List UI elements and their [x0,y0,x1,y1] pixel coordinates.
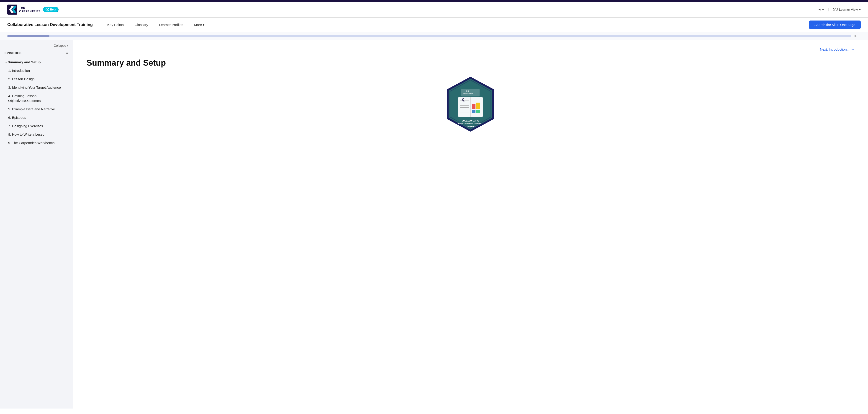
more-dropdown-icon: ▾ [203,23,205,27]
learner-view-toggle[interactable]: Learner View ▾ [833,8,861,11]
sidebar: Collapse ‹ EPISODES ∧ Summary and Setup … [0,40,73,409]
episode-item-how-to-write[interactable]: 8. How to Write a Lesson [5,130,68,139]
collapse-chevron-icon: ‹ [67,44,68,48]
progress-bar-container [7,35,851,37]
svg-rect-16 [476,102,480,109]
nav-link-glossary[interactable]: Glossary [129,18,154,31]
svg-text:CARPENTRIES: CARPENTRIES [463,93,473,94]
progress-area: % [0,32,868,40]
svg-text:TRAINING: TRAINING [465,125,475,127]
episode-item-example-data[interactable]: 5. Example Data and Narrative [5,105,68,113]
logo-text: THE CARPENTRIES [19,6,40,13]
svg-rect-15 [472,104,475,109]
next-link-container: Next: Introduction... → [87,48,854,51]
nav-bar: Collaborative Lesson Development Trainin… [0,18,868,32]
episode-item-workbench[interactable]: 9. The Carpentries Workbench [5,139,68,147]
svg-text:THE: THE [466,90,469,92]
lesson-badge-svg: THE CARPENTRIES COLLABORATIVE LESSON DEV… [445,77,496,131]
theme-dropdown-icon: ▾ [822,8,824,11]
episode-item-introduction[interactable]: 1. Introduction [5,66,68,75]
beta-exclamation-icon: ! [45,8,49,11]
svg-point-3 [833,8,838,11]
logo[interactable]: THE CARPENTRIES [7,5,40,14]
svg-rect-8 [470,97,471,117]
svg-point-4 [835,9,836,10]
svg-rect-20 [461,89,479,96]
next-arrow-icon: → [851,48,854,51]
progress-percent: % [854,34,861,38]
episodes-section: EPISODES ∧ Summary and Setup 1. Introduc… [0,49,73,152]
collapse-sidebar-button[interactable]: Collapse ‹ [54,44,68,48]
episodes-header: EPISODES ∧ [5,51,68,55]
episodes-label: EPISODES [5,51,22,55]
learner-view-label: Learner View [839,8,858,11]
header-right: ☀ ▾ Learner View ▾ [818,8,861,11]
lesson-title: Collaborative Lesson Development Trainin… [7,18,93,32]
episode-item-summary-setup[interactable]: Summary and Setup [5,58,68,66]
next-episode-link[interactable]: Next: Introduction... → [820,48,854,51]
badge-container: THE CARPENTRIES COLLABORATIVE LESSON DEV… [87,77,854,131]
eye-icon [833,8,838,11]
episodes-chevron-icon[interactable]: ∧ [66,51,68,55]
sun-icon: ☀ [818,8,821,11]
episode-item-lesson-design[interactable]: 2. Lesson Design [5,75,68,83]
svg-text:COLLABORATIVE: COLLABORATIVE [462,120,479,122]
svg-rect-18 [476,110,480,113]
svg-rect-17 [472,110,475,113]
svg-text:LESSON DEVELOPMENT: LESSON DEVELOPMENT [458,122,483,125]
learner-view-dropdown-icon: ▾ [859,8,861,11]
episode-item-target-audience[interactable]: 3. Identifying Your Target Audience [5,83,68,92]
beta-badge: ! Beta [43,7,59,12]
episode-list: Summary and Setup 1. Introduction 2. Les… [5,58,68,147]
episode-item-exercises[interactable]: 7. Designing Exercises [5,122,68,130]
theme-toggle[interactable]: ☀ ▾ [818,8,829,11]
next-link-label: Next: Introduction... [820,48,849,51]
nav-links: Key Points Glossary Learner Profiles Mor… [102,18,809,31]
top-bar [0,0,868,2]
episode-item-episodes[interactable]: 6. Episodes [5,113,68,122]
header: THE CARPENTRIES ! Beta ☀ ▾ Learner View … [0,2,868,18]
page-title: Summary and Setup [87,58,854,68]
content-area: Next: Introduction... → Summary and Setu… [73,40,868,409]
nav-link-more[interactable]: More ▾ [189,18,210,31]
nav-link-learner-profiles[interactable]: Learner Profiles [154,18,189,31]
search-all-in-one-button[interactable]: Search the All In One page [809,21,861,29]
episode-item-lesson-objectives[interactable]: 4. Defining Lesson Objectives/Outcomes [5,92,68,105]
sidebar-header: Collapse ‹ [0,40,73,49]
collapse-label: Collapse [54,44,66,48]
header-left: THE CARPENTRIES ! Beta [7,5,59,14]
nav-link-key-points[interactable]: Key Points [102,18,129,31]
carpentries-logo-icon [7,5,17,14]
main-content: Collapse ‹ EPISODES ∧ Summary and Setup … [0,40,868,409]
progress-bar-fill [7,35,50,37]
